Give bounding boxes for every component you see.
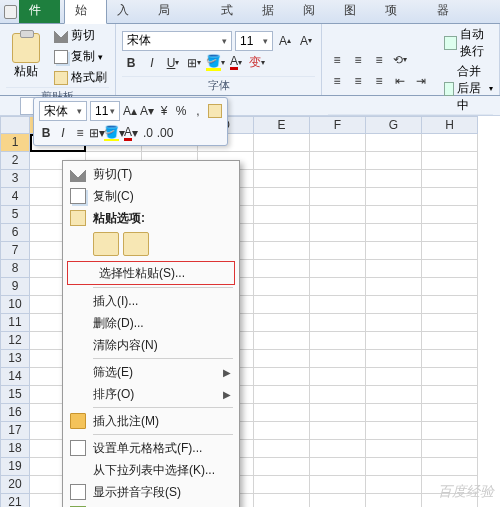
col-header[interactable]: H [422, 116, 478, 134]
cell[interactable] [366, 278, 422, 296]
cell[interactable] [254, 260, 310, 278]
underline-button[interactable]: U▾ [164, 54, 182, 72]
cell[interactable] [422, 260, 478, 278]
cell[interactable] [366, 404, 422, 422]
ctx-paste-special[interactable]: 选择性粘贴(S)... [71, 263, 231, 283]
cell[interactable] [422, 350, 478, 368]
tab-addins[interactable]: 加载项 [375, 0, 427, 23]
cell[interactable] [366, 224, 422, 242]
mini-bold[interactable]: B [39, 124, 53, 142]
bold-button[interactable]: B [122, 54, 140, 72]
cell[interactable] [422, 188, 478, 206]
cell[interactable] [254, 278, 310, 296]
row-header[interactable]: 13 [0, 350, 30, 368]
cell[interactable] [254, 404, 310, 422]
row-header[interactable]: 1 [0, 134, 30, 152]
select-all-corner[interactable] [0, 116, 30, 134]
cell[interactable] [310, 170, 366, 188]
row-header[interactable]: 3 [0, 170, 30, 188]
merge-center-button[interactable]: 合并后居中▾ [444, 63, 493, 114]
tab-formulas[interactable]: 公式 [211, 0, 252, 23]
row-header[interactable]: 10 [0, 296, 30, 314]
font-name-combo[interactable]: 宋体▾ [122, 31, 232, 51]
ctx-phonetic[interactable]: 显示拼音字段(S) [65, 481, 237, 503]
cell[interactable] [366, 386, 422, 404]
cell[interactable] [254, 296, 310, 314]
row-header[interactable]: 18 [0, 440, 30, 458]
ctx-comment[interactable]: 插入批注(M) [65, 410, 237, 432]
cell[interactable] [366, 134, 422, 152]
row-header[interactable]: 20 [0, 476, 30, 494]
italic-button[interactable]: I [143, 54, 161, 72]
ctx-cut[interactable]: 剪切(T) [65, 163, 237, 185]
cell[interactable] [254, 368, 310, 386]
cell[interactable] [422, 242, 478, 260]
ctx-dropdown[interactable]: 从下拉列表中选择(K)... [65, 459, 237, 481]
row-header[interactable]: 15 [0, 386, 30, 404]
cell[interactable] [310, 242, 366, 260]
cell[interactable] [366, 494, 422, 507]
format-painter-button[interactable]: 格式刷 [52, 68, 109, 87]
ctx-name[interactable]: 定义名称(A)... [65, 503, 237, 507]
phonetic-button[interactable]: 变▾ [248, 54, 266, 72]
cell[interactable] [254, 152, 310, 170]
paste-option-1[interactable] [93, 232, 119, 256]
cell[interactable] [366, 314, 422, 332]
ctx-format[interactable]: 设置单元格格式(F)... [65, 437, 237, 459]
row-header[interactable]: 9 [0, 278, 30, 296]
row-header[interactable]: 5 [0, 206, 30, 224]
col-header[interactable]: G [366, 116, 422, 134]
row-header[interactable]: 2 [0, 152, 30, 170]
tab-data[interactable]: 数据 [252, 0, 293, 23]
mini-fill[interactable]: 🪣▾ [107, 124, 121, 142]
cell[interactable] [422, 332, 478, 350]
cell[interactable] [254, 494, 310, 507]
mini-color[interactable]: A▾ [124, 124, 138, 142]
align-center-button[interactable]: ≡ [349, 72, 367, 90]
cell[interactable] [422, 494, 478, 507]
cell[interactable] [366, 368, 422, 386]
cell[interactable] [422, 440, 478, 458]
cell[interactable] [310, 224, 366, 242]
mini-currency[interactable]: ¥ [157, 102, 171, 120]
mini-percent[interactable]: % [174, 102, 188, 120]
shrink-font-button[interactable]: A▾ [297, 32, 315, 50]
tab-review[interactable]: 审阅 [293, 0, 334, 23]
mini-comma[interactable]: , [191, 102, 205, 120]
cell[interactable] [254, 332, 310, 350]
cell[interactable] [366, 296, 422, 314]
cell[interactable] [310, 260, 366, 278]
font-color-button[interactable]: A▾ [227, 54, 245, 72]
cell[interactable] [366, 152, 422, 170]
grow-font-button[interactable]: A▴ [276, 32, 294, 50]
cell[interactable] [366, 476, 422, 494]
mini-size-combo[interactable]: 11▾ [90, 101, 120, 121]
cell[interactable] [254, 350, 310, 368]
fill-color-button[interactable]: 🪣▾ [206, 54, 224, 72]
cell[interactable] [254, 386, 310, 404]
align-middle-button[interactable]: ≡ [349, 51, 367, 69]
ctx-sort[interactable]: 排序(O)▶ [65, 383, 237, 405]
col-header[interactable]: F [310, 116, 366, 134]
cell[interactable] [422, 368, 478, 386]
cell[interactable] [254, 476, 310, 494]
cell[interactable] [310, 476, 366, 494]
cell[interactable] [310, 206, 366, 224]
row-header[interactable]: 16 [0, 404, 30, 422]
cell[interactable] [366, 350, 422, 368]
tab-home[interactable]: 开始 [64, 0, 107, 24]
cell[interactable] [310, 314, 366, 332]
cell[interactable] [422, 206, 478, 224]
ctx-copy[interactable]: 复制(C) [65, 185, 237, 207]
cell[interactable] [310, 152, 366, 170]
indent-dec-button[interactable]: ⇤ [391, 72, 409, 90]
cell[interactable] [310, 188, 366, 206]
cell[interactable] [366, 206, 422, 224]
cell[interactable] [310, 404, 366, 422]
cell[interactable] [310, 440, 366, 458]
cell[interactable] [310, 332, 366, 350]
cell[interactable] [254, 206, 310, 224]
cell[interactable] [366, 458, 422, 476]
cut-button[interactable]: 剪切 [52, 26, 109, 45]
ctx-filter[interactable]: 筛选(E)▶ [65, 361, 237, 383]
